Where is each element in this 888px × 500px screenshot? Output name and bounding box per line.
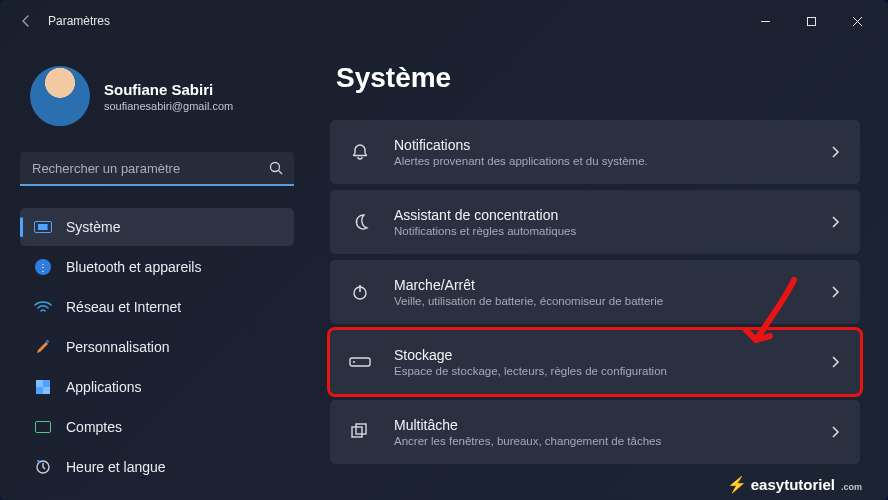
nav-system[interactable]: Système [20,208,294,246]
minimize-button[interactable] [742,5,788,37]
bolt-icon: ⚡ [727,475,747,494]
window-controls [742,5,880,37]
maximize-icon [806,16,817,27]
arrow-left-icon [19,14,33,28]
search-input[interactable] [20,152,294,186]
nav-apps[interactable]: Applications [20,368,294,406]
watermark-suffix: .com [841,482,862,492]
bell-icon [346,142,374,162]
apps-icon [34,378,52,396]
nav-label: Heure et langue [66,459,166,475]
page-title: Système [330,62,860,94]
window-title: Paramètres [48,14,110,28]
nav-label: Système [66,219,120,235]
multitask-icon [346,422,374,442]
search-icon [268,160,284,176]
nav-label: Réseau et Internet [66,299,181,315]
profile-block[interactable]: Soufiane Sabiri soufianesabiri@gmail.com [20,66,294,126]
nav-bluetooth[interactable]: ⋮ Bluetooth et appareils [20,248,294,286]
nav-label: Bluetooth et appareils [66,259,201,275]
svg-rect-8 [356,424,366,434]
chevron-right-icon [831,355,840,369]
card-title: Notifications [394,137,811,153]
nav-label: Personnalisation [66,339,170,355]
back-button[interactable] [8,3,44,39]
close-button[interactable] [834,5,880,37]
minimize-icon [760,16,771,27]
accounts-icon [34,418,52,436]
profile-name: Soufiane Sabiri [104,81,233,98]
nav-time[interactable]: Heure et langue [20,448,294,486]
chevron-right-icon [831,145,840,159]
watermark: ⚡ easytutoriel .com [727,475,862,494]
profile-email: soufianesabiri@gmail.com [104,100,233,112]
settings-window: Paramètres Soufiane Sabiri soufianesabir… [0,0,888,500]
bluetooth-icon: ⋮ [34,258,52,276]
power-icon [346,282,374,302]
chevron-right-icon [831,285,840,299]
main-content: Système Notifications Alertes provenant … [310,42,888,500]
chevron-right-icon [831,425,840,439]
moon-icon [346,212,374,232]
card-title: Marche/Arrêt [394,277,811,293]
card-storage[interactable]: Stockage Espace de stockage, lecteurs, r… [330,330,860,394]
watermark-text: easytutoriel [751,476,835,493]
display-icon [34,218,52,236]
card-title: Stockage [394,347,811,363]
card-subtitle: Notifications et règles automatiques [394,225,811,237]
chevron-right-icon [831,215,840,229]
wifi-icon [34,298,52,316]
svg-point-6 [353,361,355,363]
card-title: Multitâche [394,417,811,433]
brush-icon [34,338,52,356]
card-title: Assistant de concentration [394,207,811,223]
svg-point-1 [271,163,280,172]
nav-label: Applications [66,379,142,395]
svg-rect-7 [352,427,362,437]
card-subtitle: Alertes provenant des applications et du… [394,155,811,167]
svg-rect-0 [807,17,815,25]
card-subtitle: Ancrer les fenêtres, bureaux, changement… [394,435,811,447]
search-box [20,152,294,186]
card-focus-assist[interactable]: Assistant de concentration Notifications… [330,190,860,254]
nav: Système ⋮ Bluetooth et appareils Réseau … [20,208,294,486]
card-subtitle: Veille, utilisation de batterie, économi… [394,295,811,307]
sidebar: Soufiane Sabiri soufianesabiri@gmail.com… [0,42,310,500]
window-body: Soufiane Sabiri soufianesabiri@gmail.com… [0,42,888,500]
card-subtitle: Espace de stockage, lecteurs, règles de … [394,365,811,377]
card-power[interactable]: Marche/Arrêt Veille, utilisation de batt… [330,260,860,324]
nav-network[interactable]: Réseau et Internet [20,288,294,326]
clock-icon [34,458,52,476]
titlebar: Paramètres [0,0,888,42]
storage-icon [346,355,374,369]
nav-personalization[interactable]: Personnalisation [20,328,294,366]
maximize-button[interactable] [788,5,834,37]
settings-list: Notifications Alertes provenant des appl… [330,120,860,464]
card-multitask[interactable]: Multitâche Ancrer les fenêtres, bureaux,… [330,400,860,464]
card-notifications[interactable]: Notifications Alertes provenant des appl… [330,120,860,184]
nav-accounts[interactable]: Comptes [20,408,294,446]
close-icon [852,16,863,27]
avatar [30,66,90,126]
nav-label: Comptes [66,419,122,435]
